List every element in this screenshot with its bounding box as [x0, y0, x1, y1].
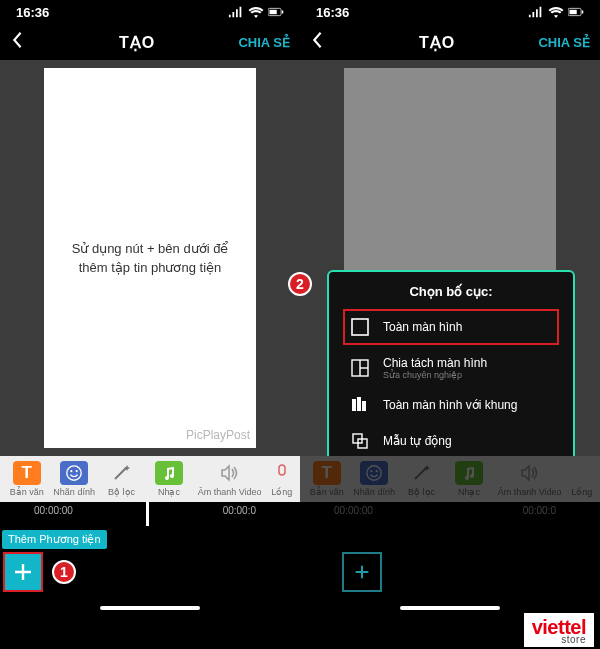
tool-filter[interactable]: Bộ lọc — [99, 461, 144, 497]
layout-fullscreen[interactable]: Toàn màn hình — [343, 309, 559, 345]
effects-toolbar: TBản văn Nhãn dính Bộ lọc Nhạc Âm thanh … — [300, 456, 600, 502]
auto-icon — [349, 430, 371, 452]
tool-label: Bộ lọc — [408, 487, 435, 497]
tool-label: Âm thanh Video — [198, 487, 262, 497]
tool-label: Nhạc — [158, 487, 180, 497]
layout-sublabel: Sửa chuyên nghiệp — [383, 370, 487, 380]
layout-label: Toàn màn hình — [383, 320, 462, 334]
phone-left: 16:36 TẠO CHIA SẺ Sử dụng nút + bên dưới… — [0, 0, 300, 616]
page-title: TẠO — [419, 33, 455, 52]
signal-icon — [528, 6, 544, 18]
tool-label: Nhãn dính — [53, 487, 95, 497]
svg-point-19 — [367, 466, 381, 480]
svg-rect-6 — [279, 465, 285, 475]
tool-video-audio: Âm thanh Video — [494, 461, 566, 497]
tool-dub[interactable]: Lồng — [268, 461, 296, 497]
home-indicator[interactable] — [400, 606, 500, 610]
nav-header: TẠO CHIA SẺ — [300, 24, 600, 60]
status-bar: 16:36 — [0, 0, 300, 24]
svg-point-21 — [376, 470, 378, 472]
tool-label: Lồng — [271, 487, 292, 497]
status-time: 16:36 — [16, 5, 49, 20]
tool-music[interactable]: Nhạc — [146, 461, 191, 497]
svg-rect-15 — [357, 397, 361, 411]
effects-toolbar: TBản văn Nhãn dính Bộ lọc Nhạc Âm thanh … — [0, 456, 300, 502]
fullscreen-icon — [349, 316, 371, 338]
svg-rect-1 — [269, 10, 276, 14]
svg-point-5 — [76, 470, 78, 472]
svg-point-20 — [370, 470, 372, 472]
add-media-button[interactable] — [342, 552, 382, 592]
tool-label: Nhãn dính — [353, 487, 395, 497]
svg-rect-9 — [582, 11, 583, 14]
tool-text: TBản văn — [304, 461, 349, 497]
wifi-icon — [548, 6, 564, 18]
tool-dub: Lồng — [568, 461, 596, 497]
svg-rect-16 — [362, 401, 366, 411]
svg-rect-14 — [352, 399, 356, 411]
share-button[interactable]: CHIA SẺ — [538, 35, 590, 50]
tool-filter: Bộ lọc — [399, 461, 444, 497]
tool-sticker: Nhãn dính — [351, 461, 396, 497]
timeline-start: 00:00:00 — [334, 505, 373, 526]
tool-text[interactable]: TBản văn — [4, 461, 49, 497]
svg-rect-2 — [282, 11, 283, 14]
viettel-store-logo: viettel store — [524, 613, 594, 647]
empty-canvas[interactable]: Sử dụng nút + bên dưới để thêm tập tin p… — [44, 68, 256, 448]
layout-popup: Chọn bố cục: Toàn màn hình Chia tách màn… — [327, 270, 575, 456]
battery-icon — [268, 6, 284, 18]
svg-rect-8 — [569, 10, 576, 14]
tool-label: Bộ lọc — [108, 487, 135, 497]
share-button[interactable]: CHIA SẺ — [238, 35, 290, 50]
timeline-ruler[interactable]: 00:00:00 00:00:0 — [0, 502, 300, 526]
timeline-ruler: 00:00:00 00:00:0 — [300, 502, 600, 526]
timeline-tracks — [300, 526, 600, 616]
layout-label: Chia tách màn hình — [383, 356, 487, 370]
page-title: TẠO — [119, 33, 155, 52]
layout-framed[interactable]: Toàn màn hình với khung — [345, 387, 557, 423]
status-time: 16:36 — [316, 5, 349, 20]
signal-icon — [228, 6, 244, 18]
layout-split[interactable]: Chia tách màn hìnhSửa chuyên nghiệp — [345, 349, 557, 387]
status-bar: 16:36 — [300, 0, 600, 24]
split-icon — [349, 357, 371, 379]
phone-right: 16:36 TẠO CHIA SẺ Chọn bố cục: Toàn màn … — [300, 0, 600, 616]
timeline-tracks: Thêm Phương tiện 1 — [0, 526, 300, 616]
framed-icon — [349, 394, 371, 416]
home-indicator[interactable] — [100, 606, 200, 610]
tool-video-audio[interactable]: Âm thanh Video — [194, 461, 266, 497]
timeline-end: 00:00:0 — [223, 505, 256, 526]
svg-rect-10 — [352, 319, 368, 335]
battery-icon — [568, 6, 584, 18]
svg-point-3 — [67, 466, 81, 480]
popup-title: Chọn bố cục: — [345, 284, 557, 299]
tool-label: Nhạc — [458, 487, 480, 497]
add-media-tooltip: Thêm Phương tiện — [2, 530, 107, 549]
wifi-icon — [248, 6, 264, 18]
canvas-area: Sử dụng nút + bên dưới để thêm tập tin p… — [0, 60, 300, 456]
back-button[interactable] — [310, 29, 336, 55]
nav-header: TẠO CHIA SẺ — [0, 24, 300, 60]
tool-label: Lồng — [571, 487, 592, 497]
step-marker-2: 2 — [288, 272, 312, 296]
timeline-start: 00:00:00 — [34, 505, 73, 526]
back-button[interactable] — [10, 29, 36, 55]
canvas-placeholder-text: Sử dụng nút + bên dưới để thêm tập tin p… — [62, 239, 238, 278]
timeline-end: 00:00:0 — [523, 505, 556, 526]
tool-music: Nhạc — [446, 461, 491, 497]
svg-point-4 — [70, 470, 72, 472]
layout-auto[interactable]: Mẫu tự động — [345, 423, 557, 456]
layout-label: Toàn màn hình với khung — [383, 398, 517, 412]
add-media-button[interactable] — [3, 552, 43, 592]
layout-label: Mẫu tự động — [383, 434, 452, 448]
canvas-area: Chọn bố cục: Toàn màn hình Chia tách màn… — [300, 60, 600, 456]
app-watermark: PicPlayPost — [186, 426, 250, 444]
step-marker-1: 1 — [52, 560, 76, 584]
tool-label: Bản văn — [310, 487, 344, 497]
tool-label: Âm thanh Video — [498, 487, 562, 497]
tool-label: Bản văn — [10, 487, 44, 497]
tool-sticker[interactable]: Nhãn dính — [51, 461, 96, 497]
